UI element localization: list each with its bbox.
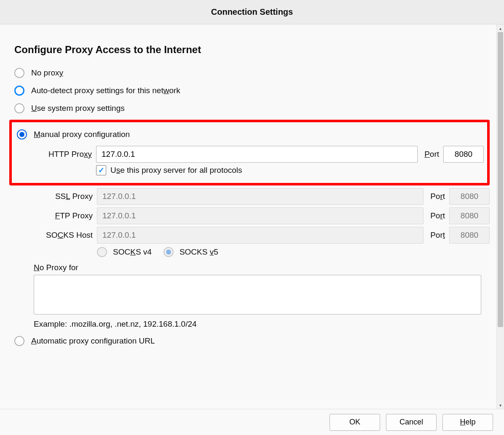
ssl-proxy-label: SSL Proxy: [34, 192, 93, 201]
ftp-proxy-row: FTP Proxy Port: [34, 207, 490, 224]
radio-auto-config-url-label: Automatic proxy configuration URL: [31, 336, 155, 346]
radio-auto-url-row[interactable]: Automatic proxy configuration URL: [14, 332, 490, 350]
socks-host-row: SOCKS Host Port: [34, 227, 490, 244]
socks-port-label: Port: [430, 231, 445, 240]
radio-socks-v5: [164, 247, 174, 257]
no-proxy-example: Example: .mozilla.org, .net.nz, 192.168.…: [34, 320, 490, 329]
radio-socks-v4-label: SOCKS v4: [113, 247, 152, 257]
use-for-all-row[interactable]: Use this proxy server for all protocols: [96, 165, 484, 175]
http-proxy-row: HTTP Proxy Port: [33, 146, 484, 163]
radio-socks-v5-label: SOCKS v5: [180, 247, 218, 257]
radio-socks-v4: [97, 247, 107, 257]
radio-auto-detect[interactable]: [14, 86, 24, 96]
ok-button[interactable]: OK: [330, 414, 380, 431]
dialog-footer: OK Cancel Help: [0, 409, 504, 435]
manual-proxy-highlight: Manual proxy configuration HTTP Proxy Po…: [9, 120, 490, 185]
socks-host-input: [97, 227, 424, 244]
ssl-proxy-row: SSL Proxy Port: [34, 188, 490, 205]
http-port-label: Port: [424, 150, 439, 159]
help-button[interactable]: Help: [442, 414, 493, 431]
radio-system-row[interactable]: Use system proxy settings: [14, 99, 490, 117]
http-proxy-label: HTTP Proxy: [33, 150, 92, 159]
radio-auto-config-url[interactable]: [14, 336, 24, 346]
section-heading: Configure Proxy Access to the Internet: [14, 44, 490, 56]
ssl-port-label: Port: [430, 192, 445, 201]
socks-version-row: SOCKS v4 SOCKS v5: [97, 247, 490, 257]
no-proxy-for-input[interactable]: [34, 275, 481, 314]
ftp-proxy-host-input: [97, 207, 424, 224]
socks-port-input: [449, 227, 490, 244]
radio-no-proxy-label: No proxy: [31, 68, 63, 78]
ssl-proxy-port-input: [449, 188, 490, 205]
radio-auto-detect-label: Auto-detect proxy settings for this netw…: [31, 86, 180, 95]
content-area: ▴ ▾ Configure Proxy Access to the Intern…: [0, 24, 504, 409]
radio-manual-row[interactable]: Manual proxy configuration: [13, 126, 484, 143]
cancel-button[interactable]: Cancel: [386, 414, 437, 431]
use-for-all-label: Use this proxy server for all protocols: [110, 166, 242, 175]
dialog-title: Connection Settings: [0, 0, 504, 24]
ssl-proxy-host-input: [97, 188, 424, 205]
scrollbar-thumb[interactable]: [498, 32, 503, 327]
http-proxy-host-input[interactable]: [96, 146, 418, 163]
no-proxy-for-label: No Proxy for: [34, 263, 490, 272]
radio-no-proxy[interactable]: [14, 68, 24, 78]
use-for-all-checkbox[interactable]: [96, 165, 106, 175]
ftp-proxy-port-input: [449, 207, 490, 224]
scroll-up-icon[interactable]: ▴: [497, 24, 504, 32]
ftp-proxy-label: FTP Proxy: [34, 211, 93, 220]
vertical-scrollbar[interactable]: ▴ ▾: [496, 24, 504, 409]
radio-use-system[interactable]: [14, 103, 24, 113]
ftp-port-label: Port: [430, 211, 445, 220]
radio-no-proxy-row[interactable]: No proxy: [14, 64, 490, 82]
socks-host-label: SOCKS Host: [34, 231, 93, 240]
scroll-down-icon[interactable]: ▾: [497, 401, 504, 409]
radio-use-system-label: Use system proxy settings: [31, 104, 125, 113]
radio-auto-detect-row[interactable]: Auto-detect proxy settings for this netw…: [14, 82, 490, 99]
http-proxy-port-input[interactable]: [443, 146, 484, 163]
radio-manual[interactable]: [17, 129, 27, 140]
radio-manual-label: Manual proxy configuration: [34, 130, 130, 139]
